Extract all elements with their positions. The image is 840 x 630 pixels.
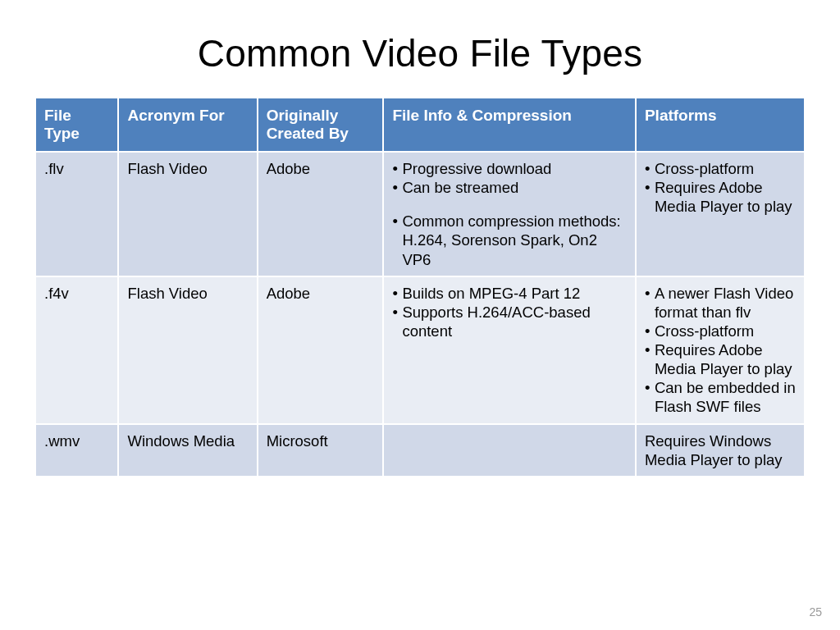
cell-file-type: .flv xyxy=(36,152,118,276)
col-file-type: File Type xyxy=(36,98,118,152)
cell-created-by: Microsoft xyxy=(258,424,384,477)
cell-platforms: Requires Windows Media Player to play xyxy=(636,424,804,477)
page-title: Common Video File Types xyxy=(36,31,804,75)
bullet-list: Progressive downloadCan be streamedCommo… xyxy=(392,159,628,269)
cell-created-by: Adobe xyxy=(258,152,384,276)
bullet-item: Common compression methods: H.264, Soren… xyxy=(392,212,628,268)
cell-acronym: Windows Media xyxy=(118,424,257,477)
col-info: File Info & Compression xyxy=(383,98,636,152)
cell-platforms: Cross-platformRequires Adobe Media Playe… xyxy=(636,152,804,276)
bullet-list: Builds on MPEG-4 Part 12Supports H.264/A… xyxy=(392,284,628,340)
bullet-item: Cross-platform xyxy=(645,159,797,178)
table-header-row: File Type Acronym For Originally Created… xyxy=(36,98,804,152)
bullet-item: Can be streamed xyxy=(392,178,628,197)
cell-info: Progressive downloadCan be streamedCommo… xyxy=(383,152,636,276)
slide: Common Video File Types File Type Acrony… xyxy=(0,0,840,630)
table-row: .wmvWindows MediaMicrosoftRequires Windo… xyxy=(36,424,804,477)
cell-acronym: Flash Video xyxy=(118,152,257,276)
cell-acronym: Flash Video xyxy=(118,276,257,424)
cell-file-type: .f4v xyxy=(36,276,118,424)
bullet-item: Supports H.264/ACC-based content xyxy=(392,303,628,340)
bullet-list: A newer Flash Video format than flvCross… xyxy=(645,284,797,417)
bullet-item: Cross-platform xyxy=(645,322,797,340)
page-number: 25 xyxy=(809,605,822,619)
col-platforms: Platforms xyxy=(636,98,804,152)
bullet-item: Can be embedded in Flash SWF files xyxy=(645,378,797,416)
cell-platforms: A newer Flash Video format than flvCross… xyxy=(636,276,804,424)
cell-info xyxy=(383,424,636,477)
cell-file-type: .wmv xyxy=(36,424,118,477)
table-row: .flvFlash VideoAdobeProgressive download… xyxy=(36,152,804,276)
cell-text: Requires Windows Media Player to play xyxy=(645,432,783,468)
cell-created-by: Adobe xyxy=(258,276,384,424)
bullet-item: Requires Adobe Media Player to play xyxy=(645,178,797,216)
bullet-item: A newer Flash Video format than flv xyxy=(645,284,797,322)
col-acronym: Acronym For xyxy=(118,98,257,152)
table-row: .f4vFlash VideoAdobeBuilds on MPEG-4 Par… xyxy=(36,276,804,424)
video-types-table: File Type Acronym For Originally Created… xyxy=(36,98,804,477)
cell-info: Builds on MPEG-4 Part 12Supports H.264/A… xyxy=(383,276,636,424)
bullet-list: Cross-platformRequires Adobe Media Playe… xyxy=(645,159,797,216)
col-created-by: Originally Created By xyxy=(258,98,384,152)
bullet-item: Progressive download xyxy=(392,159,628,178)
bullet-item: Requires Adobe Media Player to play xyxy=(645,340,797,378)
bullet-item: Builds on MPEG-4 Part 12 xyxy=(392,284,628,303)
